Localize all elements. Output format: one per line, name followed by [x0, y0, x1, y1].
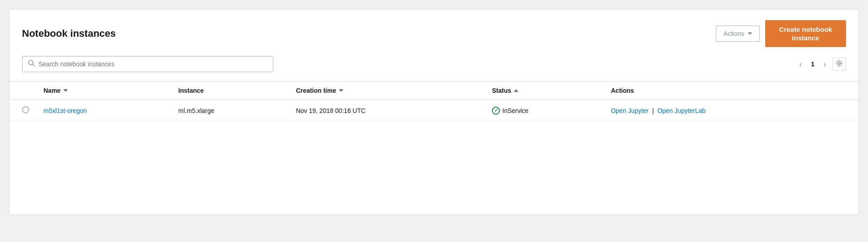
search-input[interactable] — [39, 60, 267, 68]
main-panel: Notebook instances Actions Create notebo… — [9, 9, 859, 215]
create-notebook-button[interactable]: Create notebook instance — [765, 20, 846, 47]
header-actions: Actions Create notebook instance — [716, 20, 846, 47]
row-radio-button[interactable] — [22, 106, 29, 113]
pagination-row: ‹ 1 › — [797, 57, 846, 71]
settings-button[interactable] — [833, 57, 846, 71]
table-header-row: Name Instance Creation time — [9, 82, 859, 100]
col-select — [9, 82, 36, 100]
search-row: ‹ 1 › — [22, 56, 846, 72]
row-creation-time-cell: Nov 19, 2018 00:16 UTC — [289, 100, 485, 121]
row-select-cell[interactable] — [9, 100, 36, 121]
search-box[interactable] — [22, 56, 273, 72]
actions-button[interactable]: Actions — [716, 26, 760, 42]
instances-table: Name Instance Creation time — [9, 82, 859, 121]
notebook-name-link[interactable]: m5xl1st-oregon — [44, 107, 87, 114]
row-instance-cell: ml.m5.xlarge — [171, 100, 289, 121]
open-jupyterlab-link[interactable]: Open JupyterLab — [658, 107, 706, 114]
row-actions-cell: Open Jupyter | Open JupyterLab — [604, 100, 859, 121]
next-page-button[interactable]: › — [821, 59, 829, 69]
page-number: 1 — [808, 60, 817, 68]
prev-icon: ‹ — [799, 60, 802, 69]
col-status[interactable]: Status — [485, 82, 604, 100]
table-row: m5xl1st-oregon ml.m5.xlarge Nov 19, 2018… — [9, 100, 859, 121]
open-jupyter-link[interactable]: Open Jupyter — [611, 107, 649, 114]
status-check-icon: ✓ — [492, 107, 500, 115]
svg-line-1 — [33, 65, 35, 66]
col-instance[interactable]: Instance — [171, 82, 289, 100]
table-wrapper: Name Instance Creation time — [9, 81, 859, 121]
sort-status-icon — [514, 89, 518, 92]
svg-point-2 — [838, 62, 841, 65]
col-creation-time[interactable]: Creation time — [289, 82, 485, 100]
chevron-down-icon — [748, 32, 752, 35]
actions-label: Actions — [723, 30, 744, 37]
status-badge: ✓ InService — [492, 107, 596, 115]
header-row: Notebook instances Actions Create notebo… — [22, 20, 846, 47]
sort-time-icon — [339, 89, 343, 92]
row-name-cell: m5xl1st-oregon — [36, 100, 171, 121]
col-name[interactable]: Name — [36, 82, 171, 100]
row-status-cell: ✓ InService — [485, 100, 604, 121]
sort-name-icon — [63, 89, 68, 92]
prev-page-button[interactable]: ‹ — [797, 59, 805, 69]
col-actions: Actions — [604, 82, 859, 100]
search-icon — [28, 60, 35, 69]
pipe-separator: | — [652, 107, 654, 114]
gear-icon — [836, 60, 843, 69]
page-title: Notebook instances — [22, 28, 116, 39]
next-icon: › — [824, 60, 826, 69]
